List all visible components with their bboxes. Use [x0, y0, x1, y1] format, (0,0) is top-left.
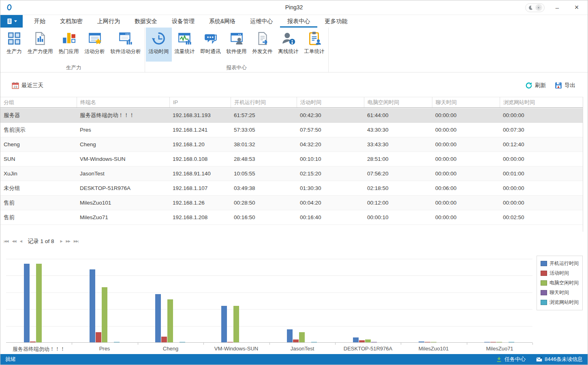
ribbon-button[interactable]: 活动时间: [146, 28, 172, 62]
export-button[interactable]: 导出: [555, 82, 575, 89]
chart-bar[interactable]: [359, 340, 365, 342]
chart-bar[interactable]: [496, 342, 502, 342]
legend-item[interactable]: 活动时间: [541, 270, 579, 277]
table-row[interactable]: 售前MilesZuo71192.168.1.20800:16:5000:16:4…: [0, 210, 583, 225]
table-cell: 192.168.1.208: [169, 210, 231, 224]
table-cell: MilesZuo71: [77, 210, 169, 224]
chart-bar[interactable]: [96, 332, 101, 342]
ribbon-button[interactable]: 软件活动分析: [108, 28, 144, 62]
menu-tab[interactable]: 系统&网络: [202, 15, 243, 28]
ribbon: 生产力生产力使用热门应用活动分析软件活动分析生产力活动时间流量统计即时通讯软件使…: [0, 28, 588, 73]
column-header[interactable]: 分组: [0, 97, 77, 107]
table-row[interactable]: 未分组DESKTOP-51R976A192.168.1.10703:49:380…: [0, 181, 583, 196]
chart-bar[interactable]: [90, 269, 95, 342]
ribbon-button[interactable]: 软件使用: [224, 28, 250, 62]
chart-bar[interactable]: [155, 294, 161, 342]
ribbon-button[interactable]: 流量统计: [172, 28, 198, 62]
chart-bar[interactable]: [233, 306, 239, 342]
chart-bar[interactable]: [167, 299, 173, 342]
column-header[interactable]: 浏览网站时间: [500, 97, 583, 107]
close-button[interactable]: ×: [570, 2, 584, 14]
chart-bar[interactable]: [180, 342, 185, 342]
ribbon-button[interactable]: 外发文件: [250, 28, 276, 62]
pagination: |◀◀◀◀◀记录 1 of 8▶▶▶▶▶|: [4, 238, 78, 245]
table-row[interactable]: ChengCheng192.168.1.2038:01:3204:32:2033…: [0, 137, 583, 152]
menu-tab[interactable]: 报表中心: [280, 15, 317, 28]
chart-bar[interactable]: [353, 337, 359, 342]
ribbon-button[interactable]: 热门应用: [56, 28, 82, 62]
ribbon-button[interactable]: 离线统计: [276, 28, 301, 62]
column-header[interactable]: 聊天时间: [432, 97, 500, 107]
table-row[interactable]: XuJinJasonTest192.168.91.14010:05:5502:1…: [0, 166, 583, 181]
chart-bar[interactable]: [114, 342, 120, 342]
menu-tab[interactable]: 上网行为: [90, 15, 127, 28]
chart-bar[interactable]: [484, 342, 490, 342]
ping32-window: { "window": { "title": "Ping32", "icons"…: [0, 0, 588, 365]
prev-page-icon[interactable]: ◀: [20, 238, 22, 245]
ribbon-button[interactable]: 工单统计: [301, 28, 327, 62]
menu-tab[interactable]: 运维中心: [243, 15, 280, 28]
table-cell: 售前: [0, 196, 77, 210]
unread-messages-button[interactable]: 8446条未读信息: [536, 356, 583, 363]
sun-icon[interactable]: [535, 4, 542, 11]
chart-bar[interactable]: [287, 329, 293, 342]
ribbon-button[interactable]: 生产力使用: [25, 28, 56, 62]
date-filter-button[interactable]: 23 最近三天: [12, 82, 43, 89]
moon-icon[interactable]: [528, 5, 533, 11]
legend-item[interactable]: 聊天时间: [541, 289, 579, 296]
legend-item[interactable]: 开机运行时间: [541, 260, 579, 267]
file-menu-icon: [6, 18, 13, 25]
legend-item[interactable]: 电脑空闲时间: [541, 280, 579, 286]
menu-tab[interactable]: 更多功能: [317, 15, 355, 28]
chart-bar[interactable]: [24, 264, 30, 342]
chart-bar[interactable]: [425, 342, 430, 342]
table-cell: 04:32:20: [297, 137, 364, 152]
last-page-icon[interactable]: ▶▶|: [74, 238, 78, 245]
ribbon-button[interactable]: 即时通讯: [198, 28, 224, 62]
column-header[interactable]: 活动时间: [297, 97, 364, 107]
column-header[interactable]: IP: [169, 97, 231, 107]
ribbon-button[interactable]: 生产力: [4, 28, 25, 62]
menu-tab[interactable]: 文档加密: [53, 15, 90, 28]
ribbon-button-label: 活动分析: [85, 48, 105, 55]
table-row[interactable]: 售前MilesZuo101192.168.1.2600:28:5000:04:2…: [0, 196, 583, 210]
refresh-button[interactable]: 刷新: [525, 82, 546, 89]
menu-tab[interactable]: 设备管理: [165, 15, 202, 28]
table-row[interactable]: 售前演示Pres192.168.1.24157:33:0507:57:5043:…: [0, 123, 583, 137]
column-header[interactable]: 终端名: [77, 97, 169, 107]
menu-tab[interactable]: 开始: [27, 15, 53, 28]
task-center-button[interactable]: 任务中心: [496, 356, 526, 363]
chart-bar[interactable]: [431, 342, 436, 342]
chart-bar[interactable]: [293, 339, 299, 342]
chart-bar[interactable]: [311, 342, 317, 342]
menu-tab[interactable]: 数据安全: [127, 15, 165, 28]
table-cell: XuJin: [0, 166, 77, 181]
legend-item[interactable]: 浏览网站时间: [541, 299, 579, 306]
fast-backward-icon[interactable]: ◀◀: [12, 238, 16, 245]
ribbon-button[interactable]: 活动分析: [82, 28, 108, 62]
chart-bar[interactable]: [371, 342, 377, 342]
chart-bar[interactable]: [490, 342, 496, 342]
chart-bar[interactable]: [419, 342, 424, 342]
date-filter-label: 最近三天: [21, 82, 43, 89]
table-row[interactable]: 服务器服务器终端勿动！！！192.168.31.19361:57:2500:42…: [0, 108, 583, 123]
theme-toggle[interactable]: [525, 3, 545, 12]
table-row[interactable]: SUNVM-Windows-SUN192.168.0.10828:48:5300…: [0, 152, 583, 166]
fast-forward-icon[interactable]: ▶▶: [66, 238, 70, 245]
chart-bar[interactable]: [161, 337, 167, 342]
first-page-icon[interactable]: |◀◀: [4, 238, 8, 245]
column-header[interactable]: 开机运行时间: [231, 97, 297, 107]
chart-bar[interactable]: [365, 339, 371, 342]
chart-bar[interactable]: [227, 342, 233, 342]
chart-bar[interactable]: [36, 264, 42, 342]
chart-bar[interactable]: [221, 306, 227, 342]
hot-apps-icon: [62, 31, 76, 46]
file-menu-button[interactable]: [0, 15, 23, 28]
chart-bar[interactable]: [299, 332, 305, 342]
chart-bar[interactable]: [509, 342, 514, 342]
next-page-icon[interactable]: ▶: [60, 238, 62, 245]
column-header[interactable]: 电脑空闲时间: [364, 97, 432, 107]
minimize-button[interactable]: –: [550, 2, 564, 14]
chart-bar[interactable]: [102, 287, 107, 342]
chart-bar[interactable]: [30, 342, 36, 342]
